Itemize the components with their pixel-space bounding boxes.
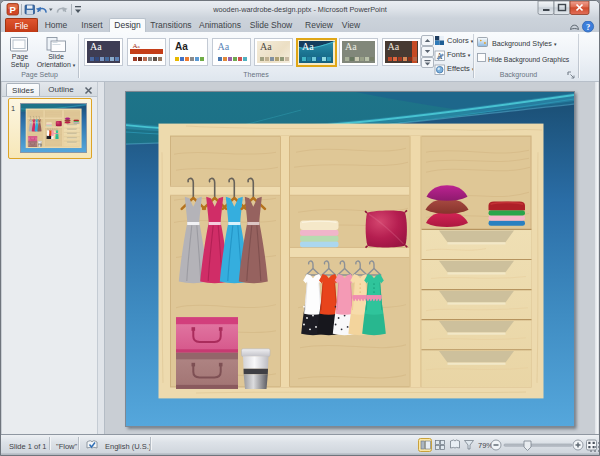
svg-text:?: ?: [586, 22, 590, 32]
svg-text:P: P: [10, 4, 17, 15]
